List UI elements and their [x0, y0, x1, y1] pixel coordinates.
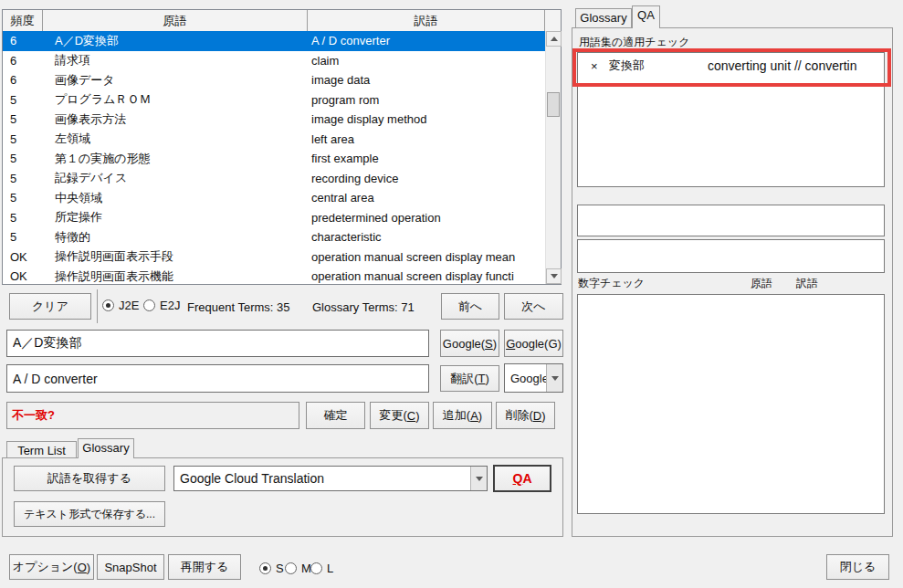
size-radio-l[interactable]: L: [310, 561, 333, 575]
chevron-down-icon[interactable]: [546, 364, 562, 392]
table-row[interactable]: 5記録デバイスrecording device: [3, 169, 545, 189]
direction-radio-e2j[interactable]: E2J: [143, 298, 180, 312]
table-row[interactable]: 5第１の実施の形態first example: [3, 149, 545, 169]
translate-button[interactable]: 翻訳(T): [440, 365, 499, 392]
table-row[interactable]: 5プログラムＲＯＭprogram rom: [3, 90, 545, 110]
options-button[interactable]: オプション(O): [9, 554, 94, 580]
table-row[interactable]: 6画像データimage data: [3, 70, 545, 90]
frequent-terms-count: Frequent Terms: 35: [187, 300, 289, 314]
table-scrollbar[interactable]: [545, 31, 561, 284]
check-box-2: [577, 239, 885, 273]
scrollbar-thumb[interactable]: [547, 92, 560, 117]
delete-button[interactable]: 削除(D): [496, 402, 555, 429]
prev-button[interactable]: 前へ: [441, 293, 499, 320]
term-table-body: 6А／D変換部A / D converter 6請求項claim 6画像データi…: [3, 31, 545, 284]
glossary-terms-count: Glossary Terms: 71: [312, 300, 415, 314]
radio-icon[interactable]: [259, 562, 271, 574]
table-row[interactable]: OK操作説明画面表示機能operation manual screen disp…: [3, 267, 545, 284]
qa-result-row[interactable]: × 変換部 converting unit // convertin: [578, 53, 884, 76]
table-row[interactable]: 5左領域left area: [3, 130, 545, 150]
number-check-source-label: 原語: [751, 276, 772, 291]
confirm-button[interactable]: 確定: [306, 402, 365, 429]
radio-icon[interactable]: [102, 299, 114, 311]
header-source[interactable]: 原語: [43, 10, 308, 31]
translation-engine-select[interactable]: Google Cloud Translation: [173, 466, 488, 491]
term-table: 頻度 原語 訳語 6А／D変換部A / D converter 6請求項clai…: [2, 9, 562, 285]
close-button[interactable]: 閉じる: [826, 554, 889, 580]
table-row[interactable]: 5中央領域central area: [3, 188, 545, 208]
qa-button[interactable]: QA: [493, 465, 551, 492]
change-button[interactable]: 変更(C): [370, 402, 429, 429]
target-term-input[interactable]: [6, 364, 429, 393]
radio-icon[interactable]: [143, 299, 155, 311]
google-search-button[interactable]: Google(S): [440, 330, 499, 357]
scroll-up-icon[interactable]: [546, 31, 562, 47]
add-button[interactable]: 追加(A): [433, 402, 492, 429]
table-row[interactable]: 5画像表示方法image display method: [3, 110, 545, 130]
header-target[interactable]: 訳語: [308, 10, 545, 31]
google-g-button[interactable]: Google(G): [504, 330, 563, 357]
mismatch-warning: 不一致?: [12, 407, 55, 424]
header-frequency[interactable]: 頻度: [3, 10, 43, 31]
glossary-check-label: 用語集の適用チェック: [579, 35, 689, 50]
tab-term-list[interactable]: Term List: [6, 441, 77, 458]
number-check-label: 数字チェック: [578, 276, 645, 291]
check-box-1: [577, 205, 885, 236]
fail-mark: ×: [578, 59, 609, 73]
size-radio-s[interactable]: S: [259, 561, 284, 575]
radio-icon[interactable]: [310, 562, 322, 574]
direction-radio-j2e[interactable]: J2E: [102, 298, 139, 312]
next-button[interactable]: 次へ: [504, 293, 563, 320]
scroll-down-icon[interactable]: [546, 268, 562, 284]
radio-icon[interactable]: [285, 562, 297, 574]
clear-button[interactable]: クリア: [9, 293, 91, 320]
table-row[interactable]: 5特徴的characteristic: [3, 227, 545, 247]
snapshot-button[interactable]: SnapShot: [97, 554, 164, 580]
size-radio-m[interactable]: M: [285, 561, 311, 575]
number-check-target-label: 訳語: [796, 276, 818, 291]
table-row[interactable]: 5所定操作predetermined operation: [3, 208, 545, 228]
tab-glossary-right[interactable]: Glossary: [575, 8, 632, 28]
table-row[interactable]: 6А／D変換部A / D converter: [3, 31, 545, 51]
resume-button[interactable]: 再開する: [168, 554, 241, 580]
status-message-box: 不一致?: [6, 402, 299, 429]
get-translations-button[interactable]: 訳語を取得する: [14, 466, 165, 491]
glossary-check-list[interactable]: × 変換部 converting unit // convertin: [577, 52, 885, 187]
term-table-header: 頻度 原語 訳語: [3, 10, 561, 31]
engine-select[interactable]: Google: [504, 363, 563, 393]
tab-qa[interactable]: QA: [632, 5, 660, 28]
terminology-tool-window: 頻度 原語 訳語 6А／D変換部A / D converter 6請求項clai…: [0, 0, 903, 588]
table-row[interactable]: 6請求項claim: [3, 51, 545, 71]
divider: [97, 289, 98, 323]
save-as-text-button[interactable]: テキスト形式で保存する...: [14, 501, 165, 527]
table-row[interactable]: OK操作説明画面表示手段operation manual screen disp…: [3, 247, 545, 268]
number-check-list[interactable]: [577, 294, 885, 514]
chevron-down-icon[interactable]: [470, 467, 487, 490]
source-term-input[interactable]: [6, 330, 429, 357]
